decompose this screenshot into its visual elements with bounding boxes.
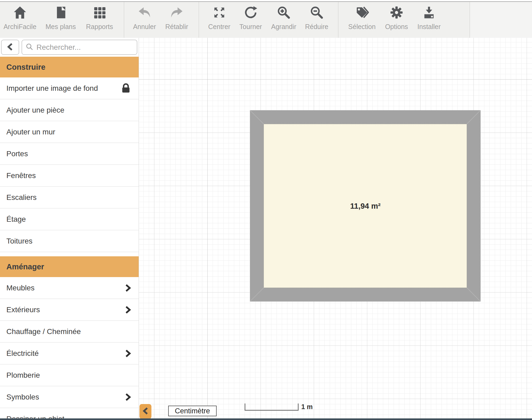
sidebar-item-chauffage-cheminee[interactable]: Chauffage / Cheminée (0, 321, 139, 343)
redo-icon (170, 6, 184, 20)
sidebar-collapse-button[interactable] (139, 404, 151, 419)
window-bottom-edge (0, 418, 532, 420)
item-label: Électricité (6, 349, 39, 357)
main-toolbar: ArchiFacile Mes plans Rapports (0, 2, 532, 38)
sidebar-item-ajouter-mur[interactable]: Ajouter un mur (0, 121, 139, 143)
button-label: ArchiFacile (3, 23, 36, 31)
home-icon (13, 6, 27, 20)
button-label: Agrandir (271, 23, 296, 31)
room-area-label: 11,94 m² (350, 202, 381, 211)
button-label: Centrer (208, 23, 230, 31)
chevron-left-icon (143, 407, 149, 416)
grid-icon (93, 6, 106, 20)
chevron-right-icon (125, 306, 131, 314)
document-icon (54, 6, 68, 20)
item-label: Chauffage / Cheminée (6, 327, 81, 336)
lock-icon (121, 83, 131, 94)
undo-icon (138, 6, 151, 20)
button-label: Sélection (348, 23, 376, 31)
item-label: Fenêtres (6, 171, 36, 180)
zoom-out-icon (310, 6, 324, 20)
button-label: Rapports (86, 23, 113, 31)
item-label: Plomberie (6, 371, 40, 379)
sidebar-item-importer-image[interactable]: Importer une image de fond (0, 77, 139, 99)
archifacile-home-button[interactable]: ArchiFacile (0, 2, 40, 38)
sidebar-item-portes[interactable]: Portes (0, 143, 139, 165)
item-label: Extérieurs (6, 306, 40, 314)
mes-plans-button[interactable]: Mes plans (41, 2, 81, 38)
item-label: Ajouter un mur (6, 128, 55, 136)
button-label: Annuler (133, 23, 156, 31)
toolbar-separator (338, 2, 339, 38)
sidebar-item-escaliers[interactable]: Escaliers (0, 187, 139, 208)
sidebar: Construire Importer une image de fond Aj… (0, 38, 139, 420)
chevron-right-icon (125, 393, 131, 401)
chevron-left-icon (7, 43, 13, 52)
search-icon (26, 43, 33, 52)
section-header-construire[interactable]: Construire (0, 57, 139, 77)
sidebar-item-etage[interactable]: Étage (0, 208, 139, 230)
unit-selector-button[interactable]: Centimètre (168, 406, 217, 416)
item-label: Meubles (6, 284, 35, 292)
floorplan-canvas[interactable]: 11,94 m² Centimètre 1 m (139, 38, 532, 420)
zoom-in-icon (277, 6, 291, 20)
gear-icon (390, 6, 403, 20)
rapports-button[interactable]: Rapports (80, 2, 119, 38)
chevron-right-icon (125, 349, 131, 357)
sidebar-item-toitures[interactable]: Toitures (0, 230, 139, 252)
sidebar-search-row (0, 38, 139, 57)
sidebar-item-meubles[interactable]: Meubles (0, 277, 139, 299)
scale-ruler (245, 403, 299, 411)
toolbar-right-pane (470, 2, 532, 38)
item-label: Importer une image de fond (6, 84, 98, 92)
section-header-amenager[interactable]: Aménager (0, 256, 139, 277)
selection-button[interactable]: Sélection (342, 2, 382, 38)
section-gap (0, 252, 139, 256)
button-label: Réduire (305, 23, 328, 31)
sidebar-item-symboles[interactable]: Symboles (0, 386, 139, 408)
installer-button[interactable]: Installer (409, 2, 449, 38)
rotate-icon (244, 6, 258, 20)
sidebar-item-plomberie[interactable]: Plomberie (0, 364, 139, 386)
reduire-button[interactable]: Réduire (297, 2, 337, 38)
window-top-edge (0, 0, 532, 2)
center-icon (212, 6, 226, 20)
search-box (22, 40, 137, 55)
toolbar-separator (469, 2, 470, 38)
item-label: Étage (6, 215, 26, 223)
item-label: Portes (6, 150, 28, 158)
archifacile-app: ArchiFacile Mes plans Rapports (0, 0, 532, 420)
grid-origin-axis-vertical (207, 38, 208, 420)
search-input[interactable] (36, 43, 133, 52)
sidebar-item-exterieurs[interactable]: Extérieurs (0, 299, 139, 321)
retablir-button[interactable]: Rétablir (157, 2, 197, 38)
chevron-right-icon (125, 284, 131, 292)
button-label: Installer (417, 23, 441, 31)
button-label: Options (385, 23, 408, 31)
item-label: Toitures (6, 237, 32, 245)
item-label: Escaliers (6, 193, 37, 201)
sidebar-item-electricite[interactable]: Électricité (0, 343, 139, 364)
scale-label: 1 m (301, 403, 313, 411)
tag-icon (355, 6, 369, 20)
button-label: Rétablir (165, 23, 188, 31)
button-label: Tourner (240, 23, 262, 31)
install-icon (422, 6, 436, 20)
button-label: Mes plans (46, 23, 76, 31)
toolbar-separator (199, 2, 199, 38)
item-label: Ajouter une pièce (6, 106, 64, 114)
sidebar-back-button[interactable] (1, 40, 19, 55)
item-label: Symboles (6, 393, 39, 401)
sidebar-item-fenetres[interactable]: Fenêtres (0, 165, 139, 187)
toolbar-separator (124, 2, 124, 38)
grid-origin-axis-horizontal (139, 79, 532, 80)
sidebar-item-ajouter-piece[interactable]: Ajouter une pièce (0, 99, 139, 121)
